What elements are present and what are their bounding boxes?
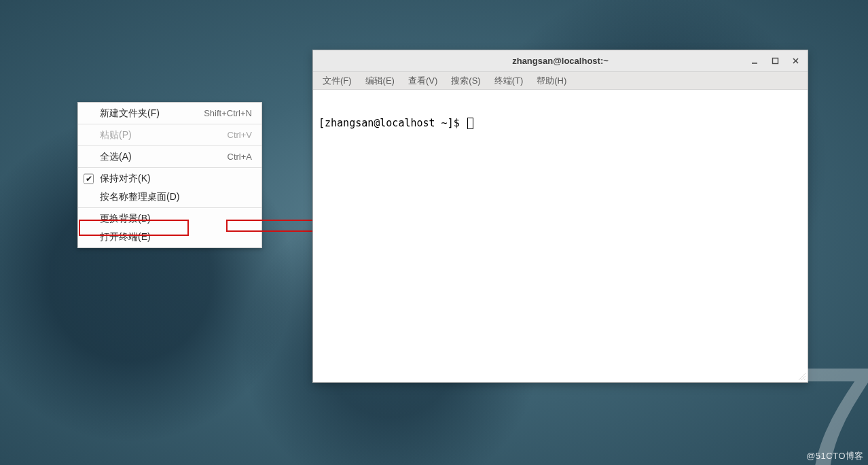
maximize-button[interactable] bbox=[765, 53, 784, 69]
menu-item-label: 新建文件夹(F) bbox=[100, 107, 198, 120]
menu-item-label: 保持对齐(K) bbox=[100, 173, 252, 185]
centos-7-watermark: 7 bbox=[783, 343, 868, 465]
menu-item-label: 更换背景(B) bbox=[100, 213, 252, 225]
close-button[interactable] bbox=[786, 53, 805, 69]
menu-item-change-background[interactable]: 更换背景(B) bbox=[78, 209, 261, 228]
window-titlebar[interactable]: zhangsan@localhost:~ bbox=[313, 50, 808, 72]
source-watermark: @51CTO博客 bbox=[806, 450, 864, 462]
menu-item-label: 粘贴(P) bbox=[100, 129, 222, 141]
terminal-window: zhangsan@localhost:~ 文件(F) 编辑(E) 查看(V) 搜… bbox=[312, 50, 808, 383]
menu-separator bbox=[78, 124, 261, 124]
window-buttons bbox=[745, 50, 805, 71]
menubar-search[interactable]: 搜索(S) bbox=[446, 73, 486, 88]
menu-separator bbox=[78, 207, 261, 208]
window-title: zhangsan@localhost:~ bbox=[313, 56, 808, 66]
menu-item-new-folder[interactable]: 新建文件夹(F) Shift+Ctrl+N bbox=[78, 104, 261, 122]
menu-item-accel: Ctrl+A bbox=[228, 152, 252, 162]
svg-rect-4 bbox=[772, 58, 778, 64]
menu-separator bbox=[78, 167, 261, 168]
menubar-help[interactable]: 帮助(H) bbox=[531, 73, 572, 88]
menu-item-label: 按名称整理桌面(D) bbox=[100, 191, 252, 203]
menubar-edit[interactable]: 编辑(E) bbox=[360, 73, 400, 88]
desktop-context-menu: 新建文件夹(F) Shift+Ctrl+N 粘贴(P) Ctrl+V 全选(A)… bbox=[77, 102, 262, 248]
minimize-button[interactable] bbox=[745, 53, 764, 69]
menubar-file[interactable]: 文件(F) bbox=[317, 73, 357, 88]
menubar: 文件(F) 编辑(E) 查看(V) 搜索(S) 终端(T) 帮助(H) bbox=[313, 72, 808, 90]
menu-item-paste: 粘贴(P) Ctrl+V bbox=[78, 126, 261, 144]
menu-separator bbox=[78, 145, 261, 146]
shell-prompt: [zhangsan@localhost ~]$ bbox=[319, 117, 466, 129]
checkbox-checked-icon: ✔ bbox=[84, 173, 94, 184]
menu-item-keep-aligned[interactable]: ✔ 保持对齐(K) bbox=[78, 169, 261, 188]
menu-item-accel: Ctrl+V bbox=[228, 130, 252, 140]
menu-item-select-all[interactable]: 全选(A) Ctrl+A bbox=[78, 148, 261, 166]
text-cursor-icon bbox=[467, 118, 473, 129]
menubar-view[interactable]: 查看(V) bbox=[403, 73, 443, 88]
menubar-terminal[interactable]: 终端(T) bbox=[489, 73, 529, 88]
menu-item-label: 打开终端(E) bbox=[100, 231, 252, 243]
menu-item-organize-by-name[interactable]: 按名称整理桌面(D) bbox=[78, 188, 261, 206]
menu-item-open-terminal[interactable]: 打开终端(E) bbox=[78, 228, 261, 246]
menu-item-label: 全选(A) bbox=[100, 151, 222, 163]
prompt-line: [zhangsan@localhost ~]$ bbox=[319, 117, 802, 129]
menu-item-accel: Shift+Ctrl+N bbox=[204, 108, 252, 118]
desktop-background: 新建文件夹(F) Shift+Ctrl+N 粘贴(P) Ctrl+V 全选(A)… bbox=[0, 0, 868, 465]
terminal-body[interactable]: [zhangsan@localhost ~]$ bbox=[313, 90, 808, 382]
